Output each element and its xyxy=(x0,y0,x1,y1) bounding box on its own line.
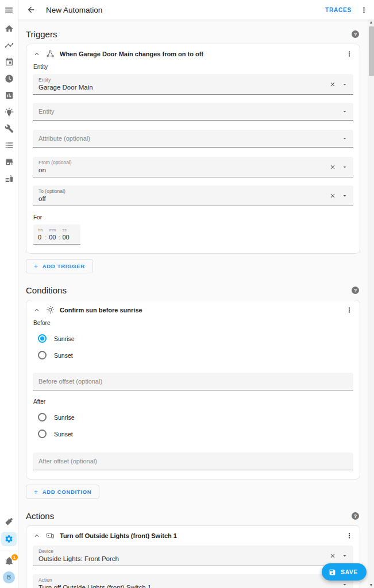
before-sunset-radio[interactable]: Sunset xyxy=(33,347,353,363)
field-value: off xyxy=(38,195,328,202)
dropdown-caret-icon[interactable] xyxy=(341,581,348,588)
app-sidebar: 1 B xyxy=(0,0,18,588)
collapse-chevron-icon[interactable] xyxy=(33,306,41,314)
trigger-title: When Garage Door Main changes from on to… xyxy=(60,51,340,57)
actions-heading: Actions xyxy=(26,511,54,521)
gear-icon xyxy=(5,535,13,543)
field-label: To (optional) xyxy=(38,188,328,194)
developer-tools-hammer-icon[interactable] xyxy=(5,517,14,526)
field-label: Device xyxy=(38,548,328,554)
actions-help-icon[interactable]: ? xyxy=(352,512,359,520)
trigger-card-header[interactable]: When Garage Door Main changes from on to… xyxy=(33,49,353,58)
radio-unchecked-icon xyxy=(38,351,47,359)
overflow-menu-icon[interactable] xyxy=(360,6,368,14)
state-trigger-icon xyxy=(46,49,55,58)
home-icon[interactable] xyxy=(5,24,14,33)
todo-list-icon[interactable] xyxy=(5,141,14,150)
clear-icon[interactable] xyxy=(329,81,336,88)
mm-value[interactable]: 00 xyxy=(49,234,56,241)
collapse-chevron-icon[interactable] xyxy=(33,532,41,540)
sidebar-divider xyxy=(0,551,18,551)
hh-label: hh xyxy=(38,227,43,233)
scroll-down-icon[interactable]: ▼ xyxy=(369,582,373,588)
field-placeholder: Attribute (optional) xyxy=(38,135,328,142)
notifications-bell-icon[interactable]: 1 xyxy=(5,556,14,566)
timeline-icon[interactable] xyxy=(5,41,14,50)
entity-empty-field[interactable]: Entity xyxy=(33,103,353,121)
clear-icon[interactable] xyxy=(329,164,336,171)
scrollbar[interactable]: ▲ ▼ xyxy=(368,20,374,588)
attribute-field[interactable]: Attribute (optional) xyxy=(33,130,353,148)
from-field[interactable]: From (optional) on xyxy=(33,157,353,177)
radio-unchecked-icon xyxy=(38,413,47,421)
after-sunset-radio[interactable]: Sunset xyxy=(33,425,353,442)
chart-box-icon[interactable] xyxy=(5,91,14,100)
wrench-icon[interactable] xyxy=(5,124,14,133)
ss-label: ss xyxy=(62,227,67,233)
condition-title: Confirm sun before sunrise xyxy=(60,307,340,314)
page-title: New Automation xyxy=(46,6,325,14)
sun-icon xyxy=(46,305,55,314)
top-app-bar: New Automation TRACES xyxy=(18,0,374,20)
radio-label: Sunrise xyxy=(54,335,75,342)
condition-card: Confirm sun before sunrise Before Sunris… xyxy=(26,300,360,479)
history-clock-icon[interactable] xyxy=(5,74,14,83)
condition-menu-icon[interactable] xyxy=(345,306,353,314)
conditions-heading: Conditions xyxy=(26,285,67,295)
back-arrow-icon[interactable] xyxy=(26,5,36,14)
dropdown-caret-icon[interactable] xyxy=(341,135,348,142)
store-icon[interactable] xyxy=(5,157,14,167)
calendar-icon[interactable] xyxy=(5,57,14,67)
field-placeholder: Before offset (optional) xyxy=(38,378,328,385)
clear-icon[interactable] xyxy=(329,552,336,559)
entity-field[interactable]: Entity Garage Door Main xyxy=(33,74,353,95)
hamburger-menu-icon[interactable] xyxy=(4,0,14,21)
duration-colon: : xyxy=(43,234,49,241)
condition-card-header[interactable]: Confirm sun before sunrise xyxy=(33,305,353,314)
before-offset-field[interactable]: Before offset (optional) xyxy=(33,373,353,390)
traces-button[interactable]: TRACES xyxy=(325,7,352,13)
before-label: Before xyxy=(33,320,353,326)
dropdown-caret-icon[interactable] xyxy=(341,164,348,171)
action-card: Turn off Outside Lights (front) Switch 1… xyxy=(26,525,360,588)
triggers-heading: Triggers xyxy=(26,29,57,39)
to-field[interactable]: To (optional) off xyxy=(33,185,353,206)
hh-value[interactable]: 0 xyxy=(38,234,41,241)
triggers-help-icon[interactable]: ? xyxy=(352,30,359,38)
after-offset-field[interactable]: After offset (optional) xyxy=(33,452,353,470)
action-menu-icon[interactable] xyxy=(345,532,353,540)
radio-label: Sunset xyxy=(54,352,73,359)
radio-unchecked-icon xyxy=(38,430,47,438)
action-card-header[interactable]: Turn off Outside Lights (front) Switch 1 xyxy=(33,531,353,540)
radio-checked-icon xyxy=(38,334,47,343)
ss-value[interactable]: 00 xyxy=(62,234,69,241)
entity-section-label: Entity xyxy=(33,64,353,70)
trigger-menu-icon[interactable] xyxy=(345,50,353,58)
before-sunrise-radio[interactable]: Sunrise xyxy=(33,330,353,347)
field-value: on xyxy=(38,167,328,173)
field-label: Entity xyxy=(38,77,328,83)
add-condition-label: ADD CONDITION xyxy=(43,489,92,495)
plus-icon: + xyxy=(34,490,38,494)
dropdown-caret-icon[interactable] xyxy=(341,192,348,199)
lightbulb-icon[interactable] xyxy=(5,107,14,117)
radio-label: Sunrise xyxy=(54,414,75,421)
dropdown-caret-icon[interactable] xyxy=(341,108,348,115)
device-field[interactable]: Device Outside Lights: Front Porch xyxy=(33,546,353,566)
scrollbar-thumb[interactable] xyxy=(369,26,374,76)
clear-icon[interactable] xyxy=(329,192,336,199)
conditions-help-icon[interactable]: ? xyxy=(352,287,359,294)
add-trigger-button[interactable]: + ADD TRIGGER xyxy=(26,259,93,273)
food-icon[interactable] xyxy=(5,174,14,183)
dropdown-caret-icon[interactable] xyxy=(341,552,348,559)
action-field[interactable]: Action Turn off Outside Lights (front) S… xyxy=(33,574,353,588)
duration-input[interactable]: hh 0 : mm 00 : ss 00 xyxy=(33,225,80,245)
collapse-chevron-icon[interactable] xyxy=(33,50,41,58)
after-sunrise-radio[interactable]: Sunrise xyxy=(33,409,353,425)
add-condition-button[interactable]: + ADD CONDITION xyxy=(26,485,99,499)
scroll-up-icon[interactable]: ▲ xyxy=(369,20,373,25)
dropdown-caret-icon[interactable] xyxy=(341,81,348,88)
save-button[interactable]: SAVE xyxy=(322,563,367,581)
user-avatar[interactable]: B xyxy=(3,571,15,583)
settings-active-item[interactable] xyxy=(1,532,17,546)
